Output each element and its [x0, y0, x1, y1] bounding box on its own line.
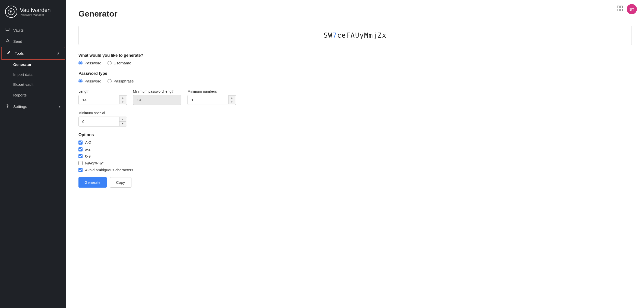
- option-avoid-ambiguous-input[interactable]: [78, 168, 83, 172]
- svg-rect-2: [6, 28, 9, 31]
- radio-username-input[interactable]: [108, 61, 112, 65]
- reports-icon: [5, 93, 10, 97]
- user-avatar[interactable]: ST: [627, 4, 637, 14]
- generate-type-group: Password Username: [78, 61, 632, 65]
- option-az-lower-label: a-z: [85, 147, 90, 151]
- tools-icon: [7, 51, 12, 56]
- min-numbers-spinner: ▲ ▼: [228, 95, 235, 104]
- sidebar-item-vaults-label: Vaults: [13, 28, 24, 32]
- sidebar-item-vaults[interactable]: Vaults: [0, 24, 66, 36]
- svg-rect-3: [6, 31, 9, 31]
- options-label: Options: [78, 133, 632, 137]
- grid-apps-button[interactable]: [617, 6, 623, 13]
- sidebar-item-generator-label: Generator: [13, 62, 32, 67]
- option-special-input[interactable]: [78, 161, 83, 165]
- svg-rect-13: [617, 9, 619, 11]
- sidebar-item-export[interactable]: Export vault: [0, 79, 66, 89]
- option-avoid-ambiguous[interactable]: Avoid ambiguous characters: [78, 168, 632, 172]
- min-special-increment-button[interactable]: ▲: [119, 117, 126, 122]
- sidebar-item-reports[interactable]: Reports: [0, 89, 66, 101]
- svg-point-10: [7, 105, 8, 107]
- sidebar-item-settings-label: Settings: [13, 104, 27, 109]
- sidebar-item-send[interactable]: Send: [0, 36, 66, 47]
- field-min-password-length: Minimum password length: [133, 89, 181, 105]
- svg-rect-14: [620, 9, 622, 11]
- main-content: Generator SW7ceFAUyMmjZx What would you …: [66, 0, 644, 308]
- option-digits[interactable]: 0-9: [78, 154, 632, 158]
- option-az-upper-label: A-Z: [85, 140, 91, 145]
- password-type-label: Password type: [78, 71, 632, 76]
- logo: V Vaultwarden Password Manager: [0, 0, 66, 22]
- option-special[interactable]: !@#$%^&*: [78, 161, 632, 165]
- min-numbers-wrapper: ▲ ▼: [187, 95, 236, 105]
- sidebar-item-send-label: Send: [13, 39, 22, 44]
- svg-line-4: [6, 39, 8, 42]
- sidebar-item-generator[interactable]: Generator: [0, 60, 66, 69]
- radio-type-passphrase-label: Passphrase: [114, 79, 134, 83]
- sidebar-item-export-label: Export vault: [13, 82, 33, 87]
- radio-type-password-label: Password: [85, 79, 101, 83]
- option-az-lower[interactable]: a-z: [78, 147, 632, 151]
- min-special-decrement-button[interactable]: ▼: [119, 122, 126, 126]
- length-label: Length: [78, 89, 127, 93]
- min-special-spinner: ▲ ▼: [119, 117, 126, 126]
- vaults-icon: [5, 28, 10, 32]
- radio-password[interactable]: Password: [78, 61, 101, 65]
- settings-icon: [5, 104, 10, 109]
- generate-button[interactable]: Generate: [78, 177, 107, 188]
- password-suffix: ceFAUyMmjZx: [337, 32, 386, 39]
- min-password-length-input: [133, 95, 181, 105]
- option-az-upper-input[interactable]: [78, 141, 83, 145]
- options-section: Options A-Z a-z 0-9 !@#$%^&*: [78, 133, 632, 172]
- radio-type-password[interactable]: Password: [78, 79, 101, 83]
- generate-question-label: What would you like to generate?: [78, 53, 632, 58]
- svg-rect-12: [620, 6, 622, 8]
- radio-type-password-input[interactable]: [78, 79, 83, 83]
- sidebar-item-import[interactable]: Import data: [0, 69, 66, 79]
- copy-button[interactable]: Copy: [110, 177, 131, 188]
- sidebar-item-tools-label: Tools: [15, 51, 24, 55]
- radio-password-label: Password: [85, 61, 101, 65]
- option-az-lower-input[interactable]: [78, 147, 83, 151]
- field-length: Length ▲ ▼: [78, 89, 127, 105]
- min-numbers-decrement-button[interactable]: ▼: [228, 100, 235, 105]
- logo-icon: V: [5, 6, 17, 18]
- radio-username[interactable]: Username: [108, 61, 131, 65]
- special-fields-row: Minimum special ▲ ▼: [78, 111, 632, 127]
- bottom-buttons: Generate Copy: [78, 177, 632, 188]
- field-min-special: Minimum special ▲ ▼: [78, 111, 127, 127]
- password-display: SW7ceFAUyMmjZx: [78, 26, 632, 45]
- option-avoid-ambiguous-label: Avoid ambiguous characters: [85, 168, 133, 172]
- svg-text:V: V: [9, 9, 12, 14]
- page-header: Generator: [78, 9, 632, 19]
- password-prefix: SW: [324, 32, 332, 39]
- svg-line-5: [8, 39, 9, 42]
- option-az-upper[interactable]: A-Z: [78, 140, 632, 145]
- settings-chevron-icon: ∨: [59, 105, 61, 108]
- sidebar-item-settings[interactable]: Settings ∨: [0, 101, 66, 112]
- length-decrement-button[interactable]: ▼: [119, 100, 126, 105]
- tools-chevron-icon: ∧: [57, 51, 60, 55]
- sidebar-item-tools[interactable]: Tools ∧: [1, 47, 65, 60]
- sidebar-item-import-label: Import data: [13, 72, 33, 77]
- send-icon: [5, 39, 10, 44]
- field-min-numbers: Minimum numbers ▲ ▼: [187, 89, 236, 105]
- length-spinner: ▲ ▼: [119, 95, 126, 104]
- radio-password-input[interactable]: [78, 61, 83, 65]
- app-name: Vaultwarden: [20, 7, 51, 13]
- option-special-label: !@#$%^&*: [85, 161, 103, 165]
- radio-type-passphrase[interactable]: Passphrase: [108, 79, 134, 83]
- radio-type-passphrase-input[interactable]: [108, 79, 112, 83]
- sidebar: V Vaultwarden Password Manager Vaults: [0, 0, 66, 308]
- option-digits-input[interactable]: [78, 154, 83, 158]
- app-subtitle: Password Manager: [20, 13, 51, 16]
- min-password-length-wrapper: [133, 95, 181, 105]
- page-title: Generator: [78, 9, 117, 19]
- svg-rect-11: [617, 6, 619, 8]
- min-numbers-label: Minimum numbers: [187, 89, 236, 93]
- min-special-wrapper: ▲ ▼: [78, 117, 127, 127]
- min-password-length-label: Minimum password length: [133, 89, 181, 93]
- min-numbers-increment-button[interactable]: ▲: [228, 95, 235, 100]
- length-increment-button[interactable]: ▲: [119, 95, 126, 100]
- min-special-label: Minimum special: [78, 111, 127, 115]
